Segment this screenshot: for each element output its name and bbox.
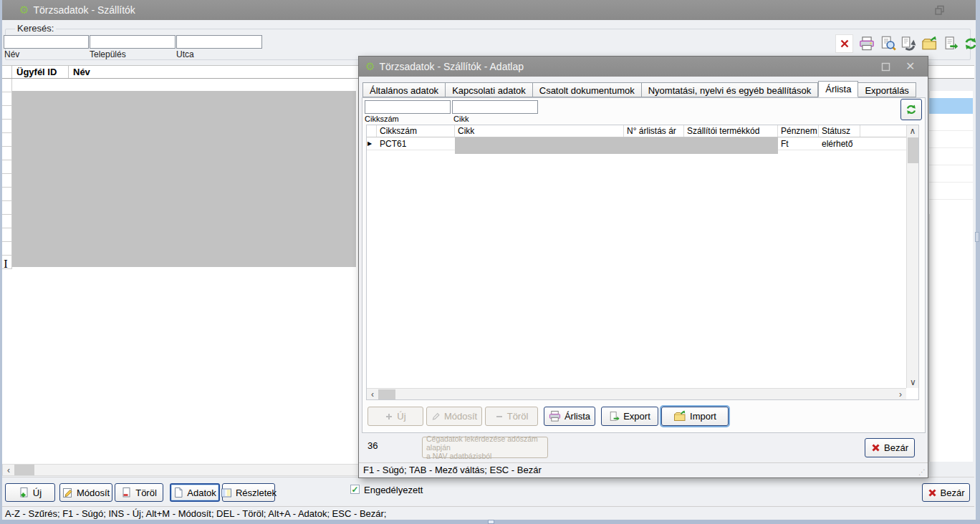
data-button[interactable]: Adatok	[170, 483, 220, 502]
toolbar-import-button[interactable]	[921, 36, 938, 52]
column-header-ugyfel-id[interactable]: Ügyfél ID	[12, 66, 69, 78]
export-file-icon	[943, 36, 959, 52]
dialog-titlebar[interactable]: ⚙ Törzsadatok - Szállítók - Adatlap ✕	[359, 57, 928, 77]
nav-query-line2: a NAV adatbázisból	[426, 452, 491, 460]
add-icon	[385, 412, 393, 421]
column-header-termekkod[interactable]: Szállítói termékkód	[684, 125, 778, 137]
toolbar-export-file-button[interactable]	[943, 36, 959, 52]
print-preview-icon	[880, 36, 896, 52]
dialog-window: ⚙ Törzsadatok - Szállítók - Adatlap ✕ Ál…	[358, 56, 928, 478]
pricelist-import-button[interactable]: Import	[661, 407, 729, 426]
search-city-input[interactable]	[90, 35, 176, 49]
tab-csatolt-dokumentumok[interactable]: Csatolt dokumentumok	[533, 82, 642, 97]
dialog-close-button[interactable]: Bezár	[865, 438, 915, 457]
print-icon	[859, 36, 875, 52]
tab-altalanos-adatok[interactable]: Általános adatok	[362, 82, 446, 97]
pricelist-edit-label: Módosít	[444, 411, 477, 422]
nav-query-button[interactable]: Cégadatok lekérdezése adószám alapján a …	[422, 437, 548, 458]
record-count: 36	[368, 440, 378, 451]
main-close-button-label: Bezár	[941, 487, 965, 498]
row-indicator-cell: ▶	[367, 137, 377, 150]
pricelist-print-button[interactable]: Árlista	[544, 407, 595, 426]
dialog-maximize-icon[interactable]	[881, 62, 890, 72]
main-titlebar[interactable]: ⚙ Törzsadatok - Szállítók	[2, 0, 976, 20]
close-x-icon	[871, 443, 880, 452]
details-panel-icon	[221, 487, 232, 498]
cikk-filter-input[interactable]	[452, 100, 538, 114]
pricelist-export-label: Export	[623, 411, 650, 422]
delete-button-label: Töröl	[135, 487, 157, 498]
scroll-down-arrow[interactable]: ∨	[907, 377, 919, 388]
pricelist-delete-label: Töröl	[507, 411, 529, 422]
scroll-right-arrow[interactable]: ›	[895, 389, 906, 400]
hscroll-thumb[interactable]	[378, 389, 395, 399]
delete-record-icon	[121, 487, 132, 498]
pricelist-export-button[interactable]: Export	[601, 407, 658, 426]
column-header-cikk[interactable]: Cikk	[455, 125, 624, 137]
dialog-close-icon[interactable]: ✕	[905, 59, 915, 73]
new-button-label: Új	[33, 487, 42, 498]
pricelist-grid[interactable]: Cikkszám Cikk N° árlistás ár Szállítói t…	[366, 125, 919, 400]
toolbar-print-button[interactable]	[859, 36, 875, 52]
search-street-input[interactable]	[176, 35, 262, 49]
column-header-arlistas-ar[interactable]: N° árlistás ár	[624, 125, 684, 137]
refresh-icon	[905, 103, 918, 116]
close-x-icon	[928, 488, 937, 498]
cikkszam-filter-label: Cikkszám	[365, 115, 399, 123]
toolbar-clear-filter-button[interactable]	[835, 34, 853, 53]
tab-exportalas[interactable]: Exportálás	[858, 82, 916, 97]
selected-row[interactable]	[929, 98, 973, 114]
details-button[interactable]: Részletek	[222, 483, 275, 502]
vscroll-thumb[interactable]	[908, 137, 918, 163]
delete-button[interactable]: Töröl	[115, 483, 163, 502]
toolbar-export-doc-button[interactable]	[900, 36, 916, 52]
scroll-up-arrow[interactable]: ∧	[907, 125, 918, 137]
grid-hscrollbar[interactable]: ‹ ›	[367, 388, 906, 399]
main-close-button[interactable]: Bezár	[922, 483, 970, 502]
grid-vscrollbar[interactable]: ∧ ∨	[906, 125, 918, 388]
search-street-label: Utca	[176, 49, 194, 59]
tab-nyomtatasi-beallitasok[interactable]: Nyomtatási, nyelvi és egyéb beállítások	[642, 82, 819, 97]
pricelist-refresh-button[interactable]	[900, 99, 922, 120]
export-document-icon	[900, 36, 916, 52]
search-name-input[interactable]	[4, 35, 89, 49]
new-button[interactable]: Új	[5, 483, 55, 502]
text-cursor: I	[4, 258, 8, 271]
main-hscrollbar[interactable]: ‹	[2, 464, 360, 476]
details-button-label: Részletek	[236, 487, 277, 498]
tab-arlista[interactable]: Árlista	[818, 81, 858, 97]
column-header-cikkszam[interactable]: Cikkszám	[377, 125, 455, 137]
restore-icon[interactable]	[934, 5, 946, 16]
edit-button[interactable]: Módosít	[59, 483, 112, 502]
pricelist-print-label: Árlista	[565, 411, 590, 422]
cikkszam-filter-input[interactable]	[365, 100, 451, 114]
main-window-title: Törzsadatok - Szállítók	[33, 4, 135, 16]
hscroll-thumb[interactable]	[14, 465, 34, 475]
redacted-pricelist-data	[455, 137, 778, 154]
import-folder-icon	[921, 36, 938, 52]
enabled-checkbox[interactable]: ✓	[350, 485, 360, 494]
desktop-edge-thumb	[975, 232, 979, 242]
search-group-label: Keresés:	[15, 23, 56, 34]
resize-grip[interactable]: ⋰	[918, 468, 926, 476]
search-city-label: Település	[90, 49, 126, 59]
print-icon	[549, 410, 561, 422]
pricelist-new-button[interactable]: Új	[368, 407, 423, 426]
column-header-statusz[interactable]: Státusz	[819, 125, 860, 137]
pricelist-edit-button[interactable]: Módosít	[426, 407, 482, 426]
search-name-label: Név	[4, 49, 19, 59]
column-header-penznem[interactable]: Pénznem	[778, 125, 819, 137]
row-indicator-column	[2, 79, 12, 269]
current-row-marker: ▶	[368, 140, 372, 147]
remove-icon	[495, 412, 504, 421]
edit-pencil-icon	[62, 487, 73, 498]
scroll-left-arrow[interactable]: ‹	[367, 389, 378, 399]
dialog-close-button-label: Bezár	[884, 442, 908, 453]
cell-penznem: Ft	[778, 137, 819, 150]
toolbar-preview-button[interactable]	[880, 36, 896, 52]
dialog-title: Törzsadatok - Szállítók - Adatlap	[379, 61, 524, 72]
scroll-left-arrow[interactable]: ‹	[3, 465, 14, 475]
pricelist-delete-button[interactable]: Töröl	[485, 407, 538, 426]
tab-kapcsolati-adatok[interactable]: Kapcsolati adatok	[446, 82, 533, 97]
pricelist-grid-header: Cikkszám Cikk N° árlistás ár Szállítói t…	[367, 125, 918, 137]
